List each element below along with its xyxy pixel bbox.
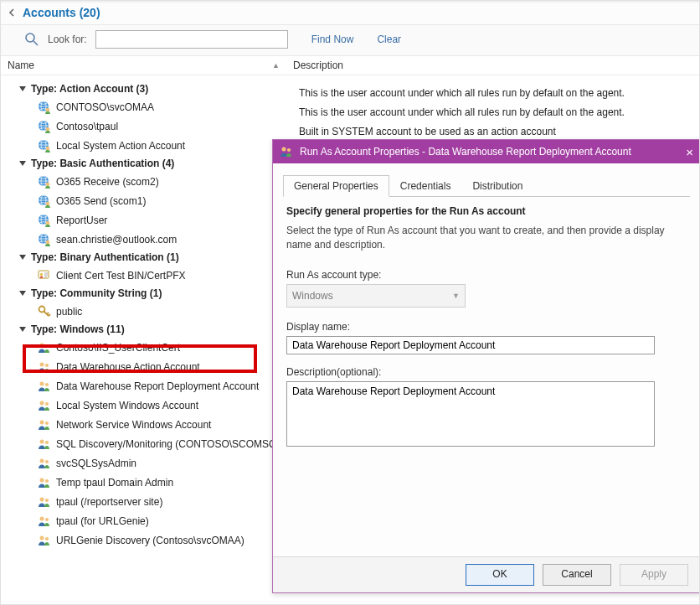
dialog-title-bar[interactable]: Run As Account Properties - Data Warehou… xyxy=(273,140,700,163)
globe-user-icon xyxy=(38,101,51,114)
title-bar: Accounts (20) xyxy=(1,3,699,25)
tree-item-label: URLGenie Discovery (Contoso\svcOMAA) xyxy=(56,535,244,546)
search-input[interactable] xyxy=(95,30,288,49)
tree-item-label: tpaul (for URLGenie) xyxy=(56,515,149,527)
description-column: This is the user account under which all… xyxy=(299,83,625,141)
globe-user-icon xyxy=(38,214,51,227)
clear-link[interactable]: Clear xyxy=(377,34,401,45)
tree-item-label: Contoso\tpaul xyxy=(56,121,118,132)
tree-item-label: svcSQLSysAdmin xyxy=(56,458,136,469)
users-icon xyxy=(38,476,51,489)
expand-icon xyxy=(19,255,26,260)
tree-item-label: CONTOSO\svcOMAA xyxy=(56,101,154,113)
column-header-name[interactable]: Name ▲ xyxy=(1,56,286,75)
back-icon[interactable] xyxy=(6,7,18,18)
users-icon xyxy=(38,515,51,528)
page-title: Accounts (20) xyxy=(23,6,100,19)
tab-credentials[interactable]: Credentials xyxy=(389,175,462,197)
runas-type-label: Run As account type: xyxy=(283,267,690,282)
chevron-down-icon: ▼ xyxy=(452,292,460,300)
expand-icon xyxy=(19,327,26,332)
description-label: Description(optional): xyxy=(283,365,690,380)
svg-point-8 xyxy=(26,34,34,42)
display-name-input[interactable] xyxy=(286,336,655,354)
tree-item-label: Network Service Windows Account xyxy=(56,419,211,431)
tab-general-properties[interactable]: General Properties xyxy=(283,175,389,197)
users-icon xyxy=(38,534,51,547)
dialog-icon xyxy=(280,145,293,158)
globe-user-icon xyxy=(38,175,51,189)
tree-item-label: ReportUser xyxy=(56,215,107,226)
search-bar: Look for: Find Now Clear xyxy=(1,25,699,56)
close-icon[interactable]: × xyxy=(686,145,693,159)
desc-row: This is the user account under which all… xyxy=(299,102,625,122)
section-description: Select the type of Run As account that y… xyxy=(283,222,690,267)
cancel-button[interactable]: Cancel xyxy=(543,564,611,586)
section-heading: Specify general properties for the Run A… xyxy=(283,197,690,222)
column-headers: Name ▲ Description xyxy=(1,56,699,75)
users-icon xyxy=(38,495,51,509)
properties-dialog: Run As Account Properties - Data Warehou… xyxy=(272,139,700,593)
globe-user-icon xyxy=(38,233,51,246)
tree-item-label: tpaul (/reportserver site) xyxy=(56,496,162,508)
dialog-title: Run As Account Properties - Data Warehou… xyxy=(300,146,631,158)
tree-item-label: Temp tpaul Domain Admin xyxy=(56,477,173,489)
display-name-label: Display name: xyxy=(283,319,690,334)
dialog-tabs: General Properties Credentials Distribut… xyxy=(283,175,690,197)
tree-item-label: O365 Send (scom1) xyxy=(56,195,146,207)
tree-item-label: public xyxy=(56,306,82,318)
tab-distribution[interactable]: Distribution xyxy=(461,175,533,197)
users-icon xyxy=(38,418,51,432)
runas-type-select: Windows ▼ xyxy=(286,284,466,308)
cert-icon xyxy=(38,269,51,282)
expand-icon xyxy=(19,161,26,166)
tree-item-label: Client Cert Test BIN/CertPFX xyxy=(56,270,186,282)
expand-icon xyxy=(19,291,26,296)
find-now-link[interactable]: Find Now xyxy=(311,34,354,45)
users-icon xyxy=(38,380,51,393)
globe-user-icon xyxy=(38,120,51,133)
desc-row: This is the user account under which all… xyxy=(299,83,625,102)
tree-item-label: O365 Receive (scom2) xyxy=(56,176,159,188)
tree-item-label: sean.christie@outlook.com xyxy=(56,234,177,246)
description-textarea[interactable] xyxy=(286,381,655,447)
globe-user-icon xyxy=(38,139,51,153)
key-icon xyxy=(38,305,51,318)
ok-button[interactable]: OK xyxy=(466,564,534,586)
apply-button: Apply xyxy=(620,564,688,586)
tree-item-label: Local System Action Account xyxy=(56,140,185,152)
column-header-description[interactable]: Description xyxy=(286,56,350,75)
users-icon xyxy=(38,399,51,412)
look-for-label: Look for: xyxy=(48,34,87,45)
dialog-footer: OK Cancel Apply xyxy=(273,556,700,592)
expand-icon xyxy=(19,86,26,91)
users-icon xyxy=(38,457,51,470)
globe-user-icon xyxy=(38,194,51,208)
search-icon xyxy=(24,32,39,47)
tree-item-label: Data Warehouse Report Deployment Account xyxy=(56,380,259,392)
highlight-box xyxy=(23,344,257,373)
users-icon xyxy=(38,437,51,451)
desc-row: Built in SYSTEM account to be used as an… xyxy=(299,122,625,141)
tree-item-label: Local System Windows Account xyxy=(56,400,198,411)
sort-asc-icon: ▲ xyxy=(272,61,280,70)
tree-item-label: SQL Discovery/Monitoring (CONTOSO\SCOMSQ xyxy=(56,438,276,450)
